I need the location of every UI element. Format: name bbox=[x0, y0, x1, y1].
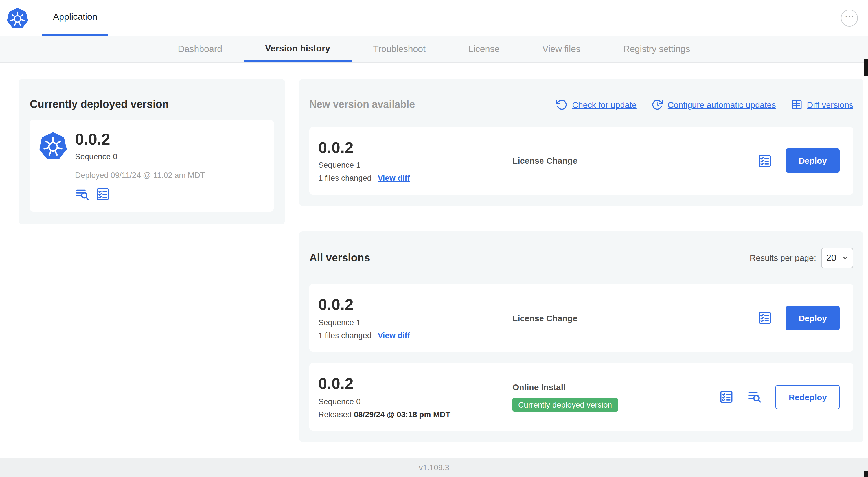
version-row: 0.0.2 Sequence 0 Released 08/29/24 @ 03:… bbox=[309, 363, 853, 431]
all-versions-header: All versions Results per page: 20 bbox=[309, 243, 853, 273]
kubernetes-logo-icon bbox=[7, 6, 28, 29]
tab-license[interactable]: License bbox=[447, 36, 521, 62]
tab-troubleshoot-label: Troubleshoot bbox=[373, 44, 426, 54]
scrollbar-thumb[interactable] bbox=[864, 471, 868, 477]
released-timestamp: 08/29/24 @ 03:18 pm MDT bbox=[354, 410, 451, 419]
view-preflight-checks-button[interactable] bbox=[719, 390, 734, 405]
view-diff-link[interactable]: View diff bbox=[378, 173, 410, 182]
preflight-checks-icon bbox=[757, 153, 772, 168]
version-source-label: Online Install bbox=[513, 383, 719, 392]
released-label: Released bbox=[318, 410, 351, 419]
version-info: 0.0.2 Sequence 0 Released 08/29/24 @ 03:… bbox=[318, 376, 513, 419]
check-for-update-link[interactable]: Check for update bbox=[556, 99, 637, 111]
current-sequence: Sequence 0 bbox=[75, 152, 205, 161]
ellipsis-icon: ⋯ bbox=[844, 12, 854, 22]
tab-dashboard-label: Dashboard bbox=[178, 44, 222, 54]
refresh-icon bbox=[556, 99, 567, 111]
version-sequence: Sequence 0 bbox=[318, 396, 513, 406]
version-number: 0.0.2 bbox=[318, 296, 513, 313]
view-diff-link[interactable]: View diff bbox=[378, 330, 410, 339]
main-content: Currently deployed version bbox=[0, 63, 868, 458]
currently-deployed-version-panel: 0.0.2 Sequence 0 Deployed 09/11/24 @ 11:… bbox=[30, 119, 274, 212]
diff-versions-icon bbox=[790, 99, 802, 111]
tab-registry-settings-label: Registry settings bbox=[623, 44, 690, 54]
more-options-button[interactable]: ⋯ bbox=[841, 9, 858, 26]
configure-automatic-updates-label: Configure automatic updates bbox=[668, 100, 776, 110]
version-row: 0.0.2 Sequence 1 1 files changed View di… bbox=[309, 284, 853, 352]
diff-versions-link[interactable]: Diff versions bbox=[790, 99, 853, 111]
version-source: License Change bbox=[513, 313, 757, 323]
version-source-label: License Change bbox=[513, 313, 757, 323]
results-per-page-label: Results per page: bbox=[750, 253, 816, 263]
results-per-page: Results per page: 20 bbox=[750, 247, 853, 268]
tab-version-history-label: Version history bbox=[265, 43, 330, 53]
deploy-logs-icon bbox=[75, 187, 90, 202]
new-version-header: New version available Check for update bbox=[309, 90, 853, 119]
preflight-checks-icon bbox=[95, 187, 110, 202]
current-version-number: 0.0.2 bbox=[75, 131, 205, 147]
current-deployed-timestamp: Deployed 09/11/24 @ 11:02 am MDT bbox=[75, 171, 205, 180]
currently-deployed-badge: Currently deployed version bbox=[513, 398, 618, 412]
tab-license-label: License bbox=[468, 44, 499, 54]
version-row-actions: Deploy bbox=[757, 149, 844, 173]
view-preflight-checks-button[interactable] bbox=[757, 311, 772, 325]
preflight-checks-icon bbox=[757, 311, 772, 325]
version-history-column: New version available Check for update bbox=[299, 79, 864, 458]
view-preflight-checks-button[interactable] bbox=[95, 187, 110, 202]
app-viewport: Application ⋯ Dashboard Version history … bbox=[0, 0, 868, 477]
tab-view-files-label: View files bbox=[542, 44, 581, 54]
version-row-actions: Deploy bbox=[757, 306, 844, 330]
view-deploy-logs-button[interactable] bbox=[747, 390, 762, 405]
version-source-label: License Change bbox=[513, 156, 757, 166]
app-footer: v1.109.3 bbox=[0, 458, 868, 477]
kots-version-text: v1.109.3 bbox=[419, 463, 449, 472]
deploy-button[interactable]: Deploy bbox=[785, 306, 840, 330]
configure-automatic-updates-link[interactable]: Configure automatic updates bbox=[651, 99, 776, 111]
tab-registry-settings[interactable]: Registry settings bbox=[602, 36, 712, 62]
tab-dashboard[interactable]: Dashboard bbox=[157, 36, 244, 62]
version-sequence: Sequence 1 bbox=[318, 160, 513, 169]
all-versions-list: 0.0.2 Sequence 1 1 files changed View di… bbox=[309, 284, 853, 431]
files-changed-text: 1 files changed bbox=[318, 173, 371, 182]
current-version-info: 0.0.2 Sequence 0 Deployed 09/11/24 @ 11:… bbox=[75, 131, 205, 202]
current-version-actions bbox=[75, 187, 205, 202]
new-version-card: New version available Check for update bbox=[299, 79, 864, 206]
app-tab-label: Application bbox=[53, 12, 97, 22]
version-number: 0.0.2 bbox=[318, 376, 513, 392]
all-versions-card: All versions Results per page: 20 bbox=[299, 232, 864, 442]
version-sequence: Sequence 1 bbox=[318, 318, 513, 327]
view-deploy-logs-button[interactable] bbox=[75, 187, 90, 202]
currently-deployed-card: Currently deployed version bbox=[19, 79, 285, 224]
results-per-page-select[interactable]: 20 bbox=[821, 247, 853, 268]
check-for-update-label: Check for update bbox=[572, 100, 637, 110]
released-line: Released 08/29/24 @ 03:18 pm MDT bbox=[318, 410, 513, 419]
version-info: 0.0.2 Sequence 1 1 files changed View di… bbox=[318, 296, 513, 339]
kubernetes-app-icon bbox=[39, 131, 67, 160]
new-version-actions: Check for update Configure automatic upd… bbox=[556, 99, 853, 111]
files-changed-line: 1 files changed View diff bbox=[318, 330, 513, 339]
chevron-down-icon bbox=[842, 255, 848, 261]
files-changed-line: 1 files changed View diff bbox=[318, 173, 513, 182]
current-version-column: Currently deployed version bbox=[19, 79, 285, 458]
top-header: Application ⋯ bbox=[0, 0, 868, 36]
new-version-row: 0.0.2 Sequence 1 1 files changed View di… bbox=[309, 127, 853, 195]
version-source: License Change bbox=[513, 156, 757, 166]
scrollbar-thumb[interactable] bbox=[864, 59, 868, 76]
version-source: Online Install Currently deployed versio… bbox=[513, 383, 719, 412]
tab-version-history[interactable]: Version history bbox=[244, 36, 351, 62]
app-subnav: Dashboard Version history Troubleshoot L… bbox=[0, 36, 868, 63]
deploy-button[interactable]: Deploy bbox=[785, 149, 840, 173]
auto-update-clock-icon bbox=[651, 99, 663, 111]
redeploy-button[interactable]: Redeploy bbox=[776, 385, 840, 409]
currently-deployed-title: Currently deployed version bbox=[30, 98, 274, 111]
version-info: 0.0.2 Sequence 1 1 files changed View di… bbox=[318, 139, 513, 182]
new-version-title: New version available bbox=[309, 99, 415, 111]
diff-versions-label: Diff versions bbox=[807, 100, 853, 110]
version-row-actions: Redeploy bbox=[719, 385, 844, 409]
tab-troubleshoot[interactable]: Troubleshoot bbox=[351, 36, 447, 62]
preflight-checks-icon bbox=[719, 390, 734, 405]
view-preflight-checks-button[interactable] bbox=[757, 153, 772, 168]
tab-view-files[interactable]: View files bbox=[521, 36, 602, 62]
deploy-logs-icon bbox=[747, 390, 762, 405]
app-tab-application[interactable]: Application bbox=[42, 0, 108, 35]
